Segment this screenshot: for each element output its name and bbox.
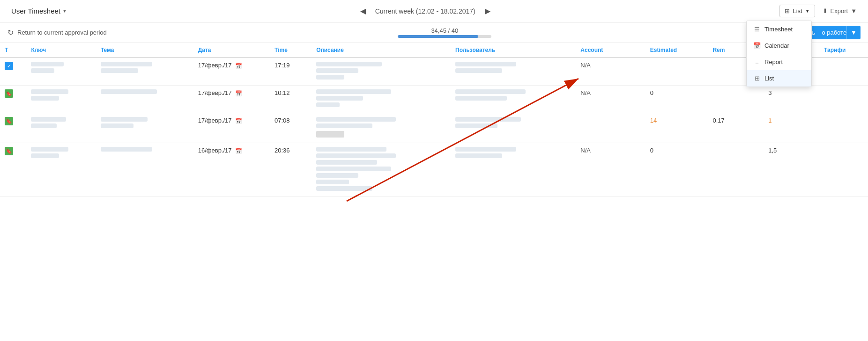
table-row: 🔖 17/февр./17 📅 07:08 xyxy=(0,113,868,143)
row4-account: N/A xyxy=(576,143,645,197)
row1-user xyxy=(451,58,576,86)
row3-tarif xyxy=(819,113,868,143)
table-row: 🔖 17/февр./17 📅 10:12 xyxy=(0,86,868,113)
dropdown-item-report[interactable]: ≡ Report xyxy=(747,54,811,70)
table-header-row: T Ключ Тема Дата Time Описание Пользоват… xyxy=(0,43,868,58)
row3-key xyxy=(26,113,96,143)
row3-time: 07:08 xyxy=(270,113,312,143)
row4-billable: 1,5 xyxy=(764,143,819,197)
toolbar-left: User Timesheet ▼ xyxy=(7,5,71,17)
row2-user xyxy=(451,86,576,113)
row2-estimated: 0 xyxy=(645,86,708,113)
user-timesheet-label: User Timesheet xyxy=(11,7,60,15)
calendar-icon: 📅 xyxy=(753,42,761,49)
row1-tema xyxy=(96,58,193,86)
dropdown-item-calendar[interactable]: 📅 Calendar xyxy=(747,37,811,54)
row4-estimated: 0 xyxy=(645,143,708,197)
progress-section: 34,45 / 40 xyxy=(398,27,491,38)
row4-date: 16/февр./17 📅 xyxy=(193,143,270,197)
row2-billable: 3 xyxy=(764,86,819,113)
row1-estimated xyxy=(645,58,708,86)
calendar-date-icon3: 📅 xyxy=(235,118,242,124)
timesheet-caret: ▼ xyxy=(62,8,67,14)
main-toolbar: User Timesheet ▼ ◀ Current week (12.02 -… xyxy=(0,0,868,22)
col-header-desc[interactable]: Описание xyxy=(312,43,451,58)
view-dropdown-menu: ☰ Timesheet 📅 Calendar ≡ Report ⊞ List xyxy=(746,21,812,87)
row2-account: N/A xyxy=(576,86,645,113)
row3-user xyxy=(451,113,576,143)
row1-date: 17/февр./17 📅 xyxy=(193,58,270,86)
next-week-button[interactable]: ▶ xyxy=(481,5,494,17)
col-header-t[interactable]: T xyxy=(0,43,26,58)
row2-desc xyxy=(312,86,451,113)
row2-status: 🔖 xyxy=(0,86,26,113)
dropdown-item-list[interactable]: ⊞ List xyxy=(747,70,811,87)
row3-rem: 0,17 xyxy=(708,113,764,143)
row3-account xyxy=(576,113,645,143)
log-work-label-2: о работе xyxy=(822,29,846,36)
table-row: 🔖 16/февр./17 📅 20:36 xyxy=(0,143,868,197)
return-period-label: Return to current approval period xyxy=(17,29,107,36)
row3-desc xyxy=(312,113,451,143)
col-header-tarif[interactable]: Тарифи xyxy=(819,43,868,58)
list-view-button[interactable]: ⊞ List ▼ xyxy=(779,5,815,17)
toolbar-right: ⊞ List ▼ ⬇ Export ▼ xyxy=(779,5,861,17)
export-button[interactable]: ⬇ Export ▼ xyxy=(819,5,861,17)
row1-account: N/A xyxy=(576,58,645,86)
list-grid-icon: ⊞ xyxy=(785,7,790,15)
row2-key xyxy=(26,86,96,113)
row4-status: 🔖 xyxy=(0,143,26,197)
col-header-account[interactable]: Account xyxy=(576,43,645,58)
bookmark-icon3: 🔖 xyxy=(5,147,13,155)
row3-billable: 1 xyxy=(764,113,819,143)
row4-tarif xyxy=(819,143,868,197)
row1-status: ✓ xyxy=(0,58,26,86)
dropdown-item-timesheet[interactable]: ☰ Timesheet xyxy=(747,21,811,37)
calendar-menu-label: Calendar xyxy=(764,42,789,49)
col-header-time[interactable]: Time xyxy=(270,43,312,58)
col-header-data[interactable]: Дата xyxy=(193,43,270,58)
col-header-estimated[interactable]: Estimated xyxy=(645,43,708,58)
export-icon: ⬇ xyxy=(823,7,828,15)
toolbar-center: ◀ Current week (12.02 - 18.02.2017) ▶ xyxy=(356,5,494,17)
progress-fill xyxy=(398,35,478,38)
return-period-button[interactable]: ↻ Return to current approval period xyxy=(7,28,107,37)
row4-desc xyxy=(312,143,451,197)
col-header-user[interactable]: Пользователь xyxy=(451,43,576,58)
col-header-key[interactable]: Ключ xyxy=(26,43,96,58)
timesheet-menu-label: Timesheet xyxy=(764,26,793,33)
row4-user xyxy=(451,143,576,197)
timesheet-table: T Ключ Тема Дата Time Описание Пользоват… xyxy=(0,43,868,197)
progress-label: 34,45 / 40 xyxy=(431,27,458,34)
report-icon: ≡ xyxy=(753,58,761,65)
row1-tarif xyxy=(819,58,868,86)
sub-toolbar: ↻ Return to current approval period 34,4… xyxy=(0,22,868,43)
user-timesheet-button[interactable]: User Timesheet ▼ xyxy=(7,5,71,17)
row4-rem xyxy=(708,143,764,197)
prev-week-button[interactable]: ◀ xyxy=(356,5,370,17)
calendar-date-icon: 📅 xyxy=(235,63,242,69)
row3-status: 🔖 xyxy=(0,113,26,143)
export-caret-icon: ▼ xyxy=(851,7,857,15)
row3-tema xyxy=(96,113,193,143)
bookmark-icon2: 🔖 xyxy=(5,117,13,125)
row4-key xyxy=(26,143,96,197)
list-button-label: List xyxy=(793,7,802,15)
row1-key xyxy=(26,58,96,86)
calendar-date-icon2: 📅 xyxy=(235,90,242,97)
row2-tarif xyxy=(819,86,868,113)
list-caret-icon: ▼ xyxy=(805,8,810,14)
timesheet-icon: ☰ xyxy=(753,26,761,33)
list-icon: ⊞ xyxy=(753,75,761,82)
col-header-tema[interactable]: Тема xyxy=(96,43,193,58)
row1-desc xyxy=(312,58,451,86)
log-work-caret-icon: ▼ xyxy=(846,26,861,39)
row3-estimated: 14 xyxy=(645,113,708,143)
bookmark-icon: 🔖 xyxy=(5,89,13,98)
progress-bar xyxy=(398,35,491,38)
calendar-date-icon4: 📅 xyxy=(235,148,242,154)
row2-date: 17/февр./17 📅 xyxy=(193,86,270,113)
export-label: Export xyxy=(831,7,848,15)
timesheet-table-wrap: T Ключ Тема Дата Time Описание Пользоват… xyxy=(0,43,868,197)
table-row: ✓ 17/февр./17 📅 17:19 xyxy=(0,58,868,86)
